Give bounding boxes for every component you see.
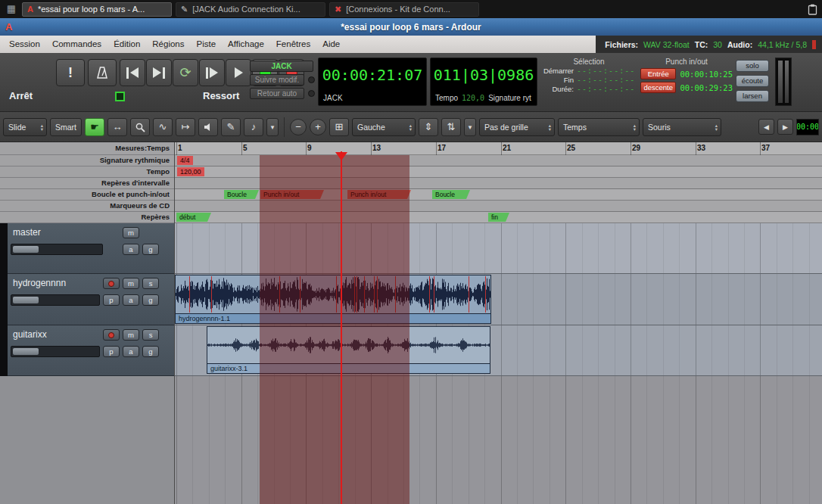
ruler-label-tempo[interactable]: Tempo: [0, 166, 174, 178]
transport-option-led[interactable]: [115, 92, 125, 101]
playhead-marker[interactable]: [335, 152, 347, 160]
play-selection-button[interactable]: [199, 59, 225, 86]
fit-tracks-button[interactable]: ⇕: [419, 118, 438, 136]
draw-tool-button[interactable]: ∿: [153, 118, 173, 136]
ruler-label-measures[interactable]: Mesures:Temps: [0, 142, 174, 155]
nudge-forward-button[interactable]: ▶: [777, 119, 793, 135]
audition-tool-button[interactable]: [198, 118, 218, 136]
nudge-back-button[interactable]: ◀: [758, 119, 774, 135]
master-automation-button[interactable]: a: [123, 244, 139, 255]
guitarixx-mute-button[interactable]: m: [123, 329, 139, 341]
track-header-master[interactable]: master m a g: [8, 223, 174, 274]
lane-master[interactable]: [175, 223, 822, 274]
menu-session[interactable]: Session: [3, 36, 46, 53]
menu-piste[interactable]: Piste: [191, 36, 223, 53]
start-location-marker[interactable]: début: [176, 213, 211, 222]
menu-edition[interactable]: Édition: [107, 36, 146, 53]
auto-return-button[interactable]: Retour auto: [250, 88, 304, 99]
primary-clock[interactable]: 00:00:21:07 JACK: [318, 58, 427, 106]
end-location-marker[interactable]: fin: [488, 213, 509, 222]
menu-affichage[interactable]: Affichage: [222, 36, 270, 53]
hydrogennnn-mute-button[interactable]: m: [123, 278, 139, 289]
ruler-label-signature[interactable]: Signature rythmique: [0, 155, 174, 166]
edit-group-column[interactable]: [0, 223, 8, 376]
guitarixx-solo-button[interactable]: s: [142, 329, 159, 341]
menu-commandes[interactable]: Commandes: [46, 36, 107, 53]
guitarixx-group-button[interactable]: g: [142, 346, 159, 357]
sync-source-button[interactable]: JACK: [250, 61, 313, 72]
play-button[interactable]: [226, 59, 251, 86]
shrink-tracks-button[interactable]: ⇅: [441, 118, 461, 136]
loop-button[interactable]: ⟳: [173, 59, 198, 86]
guitarixx-record-button[interactable]: [103, 329, 120, 341]
ruler-label-loop-punch[interactable]: Boucle et punch-in/out: [0, 189, 174, 201]
zoom-tool-button[interactable]: [130, 118, 150, 136]
ruler-loop-punch[interactable]: Boucle Punch in/out Punch in/out Boucle: [175, 189, 822, 201]
taskbar-window-ardour[interactable]: A *essai pour loop 6 mars - A...: [22, 2, 172, 17]
tempo-marker[interactable]: 120,00: [177, 167, 204, 176]
secondary-clock-value[interactable]: 011|03|0986: [431, 66, 537, 84]
menu-fenetres[interactable]: Fenêtres: [270, 36, 316, 53]
punch-in-button[interactable]: Entrée: [640, 68, 676, 79]
menu-regions[interactable]: Régions: [146, 36, 190, 53]
playhead[interactable]: [341, 151, 342, 504]
selection-duration-value[interactable]: --:--:--:--: [577, 85, 635, 93]
hydrogennnn-playlist-button[interactable]: p: [103, 294, 120, 306]
time-signature-marker[interactable]: 4/4: [177, 156, 193, 165]
hydrogennnn-solo-button[interactable]: s: [142, 278, 159, 289]
range-tool-button[interactable]: ↔: [107, 118, 127, 136]
spinner-icon[interactable]: ▴▾: [711, 123, 718, 131]
menu-aide[interactable]: Aide: [316, 36, 346, 53]
hydrogennnn-group-button[interactable]: g: [142, 294, 159, 306]
track-header-guitarixx[interactable]: guitarixx m s p a g: [8, 325, 174, 376]
zoom-in-button[interactable]: +: [310, 119, 326, 135]
smart-mode-button[interactable]: Smart: [50, 118, 82, 136]
ruler-tempo[interactable]: 120,00: [175, 166, 822, 178]
spinner-icon[interactable]: ▴▾: [629, 123, 636, 131]
selection-end-value[interactable]: --:--:--:--: [577, 76, 635, 84]
punch-out-marker[interactable]: Punch in/out: [347, 190, 411, 199]
spinner-icon[interactable]: ▴▾: [544, 123, 551, 131]
spinner-icon[interactable]: ▴▾: [405, 123, 412, 131]
primary-clock-value[interactable]: 00:00:21:07: [319, 66, 426, 84]
ruler-range-markers[interactable]: [175, 178, 822, 189]
zoom-to-session-button[interactable]: ⊞: [329, 118, 349, 136]
hydrogennnn-fader[interactable]: [11, 294, 100, 306]
track-name[interactable]: guitarixx: [13, 329, 47, 340]
track-name[interactable]: hydrogennnn: [13, 278, 66, 288]
goto-end-button[interactable]: [146, 59, 172, 86]
app-launcher-icon[interactable]: ▦: [5, 2, 18, 16]
note-edit-tool-button[interactable]: ♪: [244, 118, 263, 136]
punch-in-marker[interactable]: Punch in/out: [260, 190, 324, 199]
midi-panic-button[interactable]: !: [56, 59, 85, 86]
canvas-empty-area[interactable]: [175, 376, 822, 504]
guitarixx-playlist-button[interactable]: p: [103, 346, 120, 357]
edit-mode-combo[interactable]: Slide ▴▾: [3, 118, 47, 136]
grab-tool-button[interactable]: ☛: [85, 118, 104, 136]
nudge-clock[interactable]: 00:00: [796, 119, 819, 135]
ruler-label-markers[interactable]: Repères: [0, 212, 174, 223]
secondary-clock[interactable]: 011|03|0986 Tempo 120,0 Signature ryt: [430, 58, 537, 106]
stretch-tool-button[interactable]: ↦: [176, 118, 195, 136]
grid-mode-combo[interactable]: Pas de grille ▴▾: [479, 118, 555, 136]
master-fader[interactable]: [11, 244, 103, 255]
hydrogennnn-record-button[interactable]: [103, 278, 120, 289]
ruler-measures[interactable]: 1 5 9 13 17 21 25 29 33 37 41: [175, 142, 822, 155]
ruler-signature[interactable]: 4/4: [175, 155, 822, 166]
zoom-out-button[interactable]: −: [290, 119, 307, 135]
edit-point-combo[interactable]: Souris ▴▾: [643, 118, 721, 136]
lane-hydrogennnn[interactable]: hydrogennnn-1.1: [175, 274, 822, 325]
taskbar-window-jack[interactable]: ✎ [JACK Audio Connection Ki...: [176, 2, 325, 17]
taskbar-window-connections[interactable]: ✖ [Connexions - Kit de Conn...: [329, 2, 479, 17]
follow-edits-button[interactable]: Suivre modif.: [250, 74, 304, 86]
hydrogennnn-automation-button[interactable]: a: [123, 294, 139, 306]
pencil-tool-button[interactable]: ✎: [221, 118, 241, 136]
ruler-label-cd-markers[interactable]: Marqueurs de CD: [0, 201, 174, 212]
snap-unit-combo[interactable]: Temps ▴▾: [558, 118, 640, 136]
track-name[interactable]: master: [13, 227, 41, 238]
spinner-icon[interactable]: ▴▾: [36, 123, 43, 131]
master-mute-button[interactable]: m: [123, 227, 139, 238]
goto-start-button[interactable]: [120, 59, 145, 86]
region-guitarixx[interactable]: guitarixx-3.1: [207, 326, 490, 374]
punch-out-time[interactable]: 00:00:29:23: [680, 83, 733, 92]
